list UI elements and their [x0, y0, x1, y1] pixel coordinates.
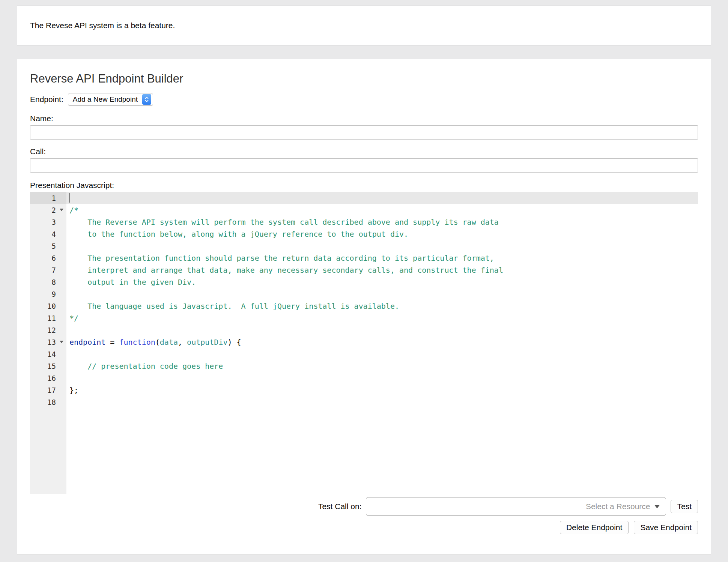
- name-input[interactable]: [30, 125, 698, 140]
- endpoint-label: Endpoint:: [30, 95, 63, 104]
- chevron-down-icon: [145, 100, 149, 102]
- line-number: 7: [30, 264, 66, 276]
- line-number: 5: [30, 240, 66, 252]
- select-stepper[interactable]: [142, 94, 151, 105]
- line-number: 14: [30, 348, 66, 360]
- page-title: Reverse API Endpoint Builder: [30, 72, 698, 86]
- endpoint-select[interactable]: Add a New Endpoint: [68, 93, 153, 106]
- editor-line[interactable]: 14: [30, 348, 698, 360]
- code-line-content: [66, 324, 698, 336]
- beta-message: The Revese API system is a beta feature.: [30, 21, 175, 30]
- editor-line[interactable]: 12: [30, 324, 698, 336]
- code-line-content: [66, 372, 698, 384]
- editor-line[interactable]: 13endpoint = function(data, outputDiv) {: [30, 336, 698, 348]
- editor-line[interactable]: 8 output in the given Div.: [30, 276, 698, 288]
- line-number: 15: [30, 360, 66, 372]
- editor-line[interactable]: 10 The language used is Javascript. A fu…: [30, 300, 698, 312]
- line-number: 2: [30, 204, 66, 216]
- editor-line[interactable]: 18: [30, 396, 698, 408]
- line-number: 11: [30, 312, 66, 324]
- line-number: 6: [30, 252, 66, 264]
- code-line-content: to the function below, along with a jQue…: [66, 228, 698, 240]
- name-label: Name:: [30, 114, 698, 123]
- editor-line[interactable]: 6 The presentation function should parse…: [30, 252, 698, 264]
- line-number: 4: [30, 228, 66, 240]
- resource-placeholder: Select a Resource: [586, 502, 650, 511]
- editor-line[interactable]: 16: [30, 372, 698, 384]
- code-line-content: };: [66, 384, 698, 396]
- save-endpoint-button[interactable]: Save Endpoint: [634, 521, 698, 534]
- line-number: 3: [30, 216, 66, 228]
- combobox-arrow-icon: [654, 505, 660, 508]
- line-number: 8: [30, 276, 66, 288]
- endpoint-builder-panel: Reverse API Endpoint Builder Endpoint: A…: [17, 59, 711, 555]
- editor-line[interactable]: 4 to the function below, along with a jQ…: [30, 228, 698, 240]
- code-line-content: endpoint = function(data, outputDiv) {: [66, 336, 698, 348]
- editor-line[interactable]: 1: [30, 192, 698, 204]
- line-number: 18: [30, 396, 66, 408]
- code-line-content: The Reverse API system will perform the …: [66, 216, 698, 228]
- line-number: 17: [30, 384, 66, 396]
- delete-endpoint-button[interactable]: Delete Endpoint: [560, 521, 629, 534]
- fold-arrow-icon[interactable]: [60, 209, 63, 211]
- editor-line[interactable]: 3 The Reverse API system will perform th…: [30, 216, 698, 228]
- editor-line[interactable]: 7 interpret and arrange that data, make …: [30, 264, 698, 276]
- code-line-content: */: [66, 312, 698, 324]
- line-number: 10: [30, 300, 66, 312]
- code-line-content: The presentation function should parse t…: [66, 252, 698, 264]
- code-line-content: [66, 396, 698, 408]
- code-line-content: [66, 288, 698, 300]
- line-number: 1: [30, 192, 66, 204]
- code-line-content: /*: [66, 204, 698, 216]
- line-number: 16: [30, 372, 66, 384]
- editor-line[interactable]: 17};: [30, 384, 698, 396]
- editor-line[interactable]: 5: [30, 240, 698, 252]
- resource-combobox[interactable]: Select a Resource: [366, 497, 666, 516]
- call-label: Call:: [30, 147, 698, 156]
- chevron-up-icon: [145, 97, 149, 99]
- code-line-content: output in the given Div.: [66, 276, 698, 288]
- code-line-content: [66, 348, 698, 360]
- fold-arrow-icon[interactable]: [60, 341, 63, 343]
- code-line-content: [66, 240, 698, 252]
- line-number: 9: [30, 288, 66, 300]
- beta-banner: The Revese API system is a beta feature.: [17, 6, 711, 45]
- presentation-js-label: Presentation Javascript:: [30, 181, 698, 190]
- test-button[interactable]: Test: [671, 500, 698, 513]
- text-cursor: [69, 193, 70, 203]
- endpoint-select-value: Add a New Endpoint: [73, 95, 138, 104]
- code-line-content: [66, 192, 698, 204]
- code-line-content: The language used is Javascript. A full …: [66, 300, 698, 312]
- code-line-content: interpret and arrange that data, make an…: [66, 264, 698, 276]
- test-call-label: Test Call on:: [318, 502, 362, 511]
- editor-line[interactable]: 15 // presentation code goes here: [30, 360, 698, 372]
- editor-line[interactable]: 2/*: [30, 204, 698, 216]
- line-number: 13: [30, 336, 66, 348]
- code-editor[interactable]: 12/*3 The Reverse API system will perfor…: [30, 192, 698, 494]
- code-line-content: // presentation code goes here: [66, 360, 698, 372]
- editor-line[interactable]: 11*/: [30, 312, 698, 324]
- call-input[interactable]: [30, 158, 698, 173]
- line-number: 12: [30, 324, 66, 336]
- editor-line[interactable]: 9: [30, 288, 698, 300]
